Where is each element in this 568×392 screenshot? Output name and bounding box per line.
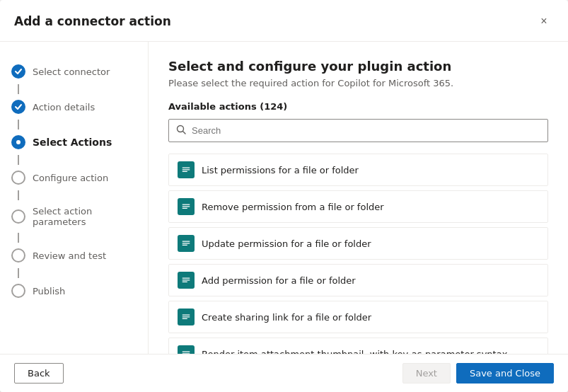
sidebar-item-action-details[interactable]: Action details: [0, 94, 148, 120]
sidebar-item-select-actions[interactable]: Select Actions: [0, 129, 148, 155]
main-content: Select and configure your plugin action …: [149, 42, 568, 354]
sidebar-item-select-action-parameters: Select action parameters: [0, 200, 148, 233]
svg-point-0: [16, 140, 21, 144]
action-item-update-permission[interactable]: Update permission for a file or folder: [168, 227, 548, 260]
action-icon-update-permission: [178, 235, 195, 252]
step-indicator-review-and-test: [11, 248, 25, 263]
step-indicator-select-action-parameters: [11, 209, 25, 224]
save-close-button[interactable]: Save and Close: [456, 363, 554, 384]
content-subtitle: Please select the required action for Co…: [168, 78, 548, 88]
action-icon-remove-permission: [178, 198, 195, 215]
actions-list: List permissions for a file or folder Re…: [168, 154, 548, 354]
footer-right: Next Save and Close: [402, 363, 554, 384]
close-button[interactable]: ×: [534, 11, 554, 31]
step-line-5: [18, 233, 19, 243]
sidebar-item-configure-action: Configure action: [0, 165, 148, 190]
action-item-remove-permission[interactable]: Remove permission from a file or folder: [168, 190, 548, 223]
dialog-body: Select connector Action details: [0, 42, 568, 354]
step-indicator-select-connector: [11, 64, 25, 79]
search-icon: [176, 124, 186, 137]
step-indicator-select-actions: [11, 135, 25, 149]
search-box[interactable]: [168, 119, 548, 142]
step-label-review-and-test: Review and test: [33, 250, 106, 261]
step-line-4: [18, 190, 19, 200]
action-item-list-permissions[interactable]: List permissions for a file or folder: [168, 154, 548, 186]
step-label-configure-action: Configure action: [33, 173, 108, 183]
step-label-publish: Publish: [33, 286, 65, 296]
step-line-3: [18, 155, 19, 165]
step-indicator-configure-action: [11, 171, 25, 185]
step-label-action-details: Action details: [33, 102, 95, 113]
action-icon-create-sharing: [178, 309, 195, 325]
action-label-remove-permission: Remove permission from a file or folder: [202, 202, 384, 212]
sidebar-item-publish: Publish: [0, 278, 148, 304]
action-icon-add-permission: [178, 272, 195, 289]
dialog-title: Add a connector action: [14, 14, 171, 28]
action-label-create-sharing: Create sharing link for a file or folder: [202, 312, 371, 323]
action-label-render-attachment: Render item attachment thumbnail, with k…: [202, 349, 507, 354]
action-icon-list-permissions: [178, 161, 195, 178]
sidebar: Select connector Action details: [0, 42, 149, 354]
step-line-6: [18, 268, 19, 278]
step-label-select-action-parameters: Select action parameters: [33, 206, 137, 227]
content-title: Select and configure your plugin action: [168, 59, 548, 74]
step-indicator-action-details: [11, 100, 25, 114]
dialog-footer: Back Next Save and Close: [0, 354, 568, 392]
action-label-list-permissions: List permissions for a file or folder: [202, 165, 359, 175]
action-item-render-attachment[interactable]: Render item attachment thumbnail, with k…: [168, 338, 548, 354]
action-label-update-permission: Update permission for a file or folder: [202, 238, 371, 249]
step-line-2: [18, 120, 19, 129]
search-input[interactable]: [192, 125, 540, 136]
add-connector-action-dialog: Add a connector action × Select connecto…: [0, 0, 568, 392]
available-actions-label: Available actions (124): [168, 101, 548, 112]
action-label-add-permission: Add permission for a file or folder: [202, 275, 356, 286]
step-label-select-connector: Select connector: [33, 67, 110, 77]
step-label-select-actions: Select Actions: [33, 137, 112, 148]
back-button[interactable]: Back: [14, 363, 64, 384]
action-icon-render-attachment: [178, 345, 195, 354]
svg-line-2: [183, 132, 186, 134]
sidebar-item-review-and-test: Review and test: [0, 243, 148, 268]
sidebar-item-select-connector[interactable]: Select connector: [0, 59, 148, 84]
action-item-create-sharing[interactable]: Create sharing link for a file or folder: [168, 301, 548, 333]
step-indicator-publish: [11, 284, 25, 298]
step-line-1: [18, 84, 19, 94]
next-button: Next: [402, 363, 451, 384]
footer-left: Back: [14, 363, 64, 384]
action-item-add-permission[interactable]: Add permission for a file or folder: [168, 264, 548, 296]
dialog-header: Add a connector action ×: [0, 0, 568, 42]
